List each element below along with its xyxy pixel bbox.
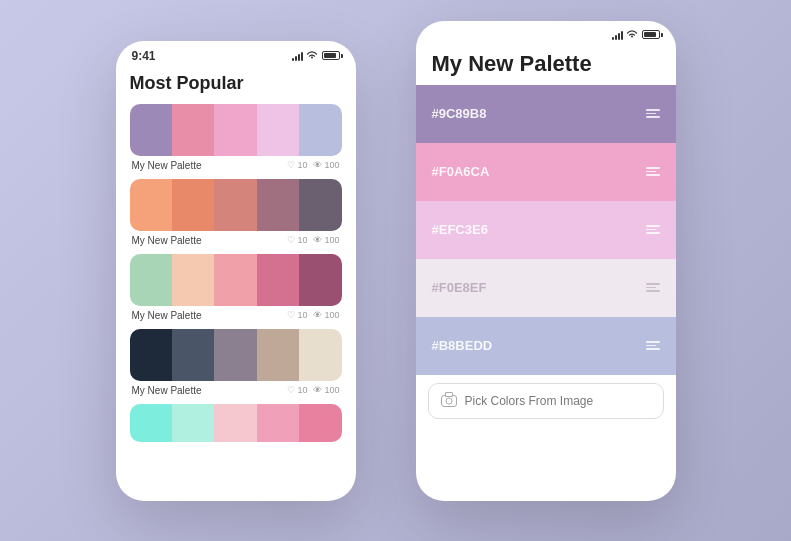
swatch — [299, 179, 341, 231]
swatch — [172, 254, 214, 306]
color-row-4[interactable]: #F0E8EF — [416, 259, 676, 317]
color-strip-5 — [130, 404, 342, 442]
swatch — [130, 179, 172, 231]
right-phone: My New Palette #9C89B8 #F0A6CA #EFC3E6 — [416, 21, 676, 501]
color-row-2[interactable]: #F0A6CA — [416, 143, 676, 201]
color-strip-1 — [130, 104, 342, 156]
time-left: 9:41 — [132, 49, 156, 63]
left-phone: 9:41 Most Popular — [116, 41, 356, 501]
swatch — [214, 404, 256, 442]
swatch — [130, 104, 172, 156]
view-stat: 👁 100 — [313, 310, 339, 320]
status-bar-right — [416, 21, 676, 45]
color-strip-4 — [130, 329, 342, 381]
status-bar-left: 9:41 — [116, 41, 356, 67]
palette-title: My New Palette — [432, 51, 660, 77]
eye-icon: 👁 — [313, 160, 322, 170]
menu-icon-1[interactable] — [646, 109, 660, 118]
swatch — [172, 104, 214, 156]
swatch — [214, 254, 256, 306]
heart-icon: ♡ — [287, 310, 295, 320]
view-count: 100 — [324, 385, 339, 395]
color-row-5[interactable]: #B8BEDD — [416, 317, 676, 375]
hex-label-1: #9C89B8 — [432, 106, 487, 121]
swatch — [299, 404, 341, 442]
menu-icon-2[interactable] — [646, 167, 660, 176]
like-stat: ♡ 10 — [287, 385, 307, 395]
color-strip-2 — [130, 179, 342, 231]
view-stat: 👁 100 — [313, 160, 339, 170]
swatch — [299, 254, 341, 306]
swatch — [214, 104, 256, 156]
pick-colors-button[interactable]: Pick Colors From Image — [428, 383, 664, 419]
heart-icon: ♡ — [287, 235, 295, 245]
swatch — [130, 404, 172, 442]
eye-icon: 👁 — [313, 310, 322, 320]
swatch — [130, 254, 172, 306]
view-count: 100 — [324, 310, 339, 320]
palette-card-4[interactable]: My New Palette ♡ 10 👁 100 — [130, 329, 342, 396]
palette-name: My New Palette — [132, 235, 202, 246]
heart-icon: ♡ — [287, 385, 295, 395]
left-phone-content: Most Popular My New Palette ♡ 10 — [116, 67, 356, 442]
palette-meta: My New Palette ♡ 10 👁 100 — [130, 385, 342, 396]
battery-icon — [322, 51, 340, 60]
hex-label-5: #B8BEDD — [432, 338, 493, 353]
color-strip-3 — [130, 254, 342, 306]
swatch — [172, 404, 214, 442]
palette-name: My New Palette — [132, 310, 202, 321]
hex-label-2: #F0A6CA — [432, 164, 490, 179]
swatch — [257, 254, 299, 306]
hex-label-3: #EFC3E6 — [432, 222, 488, 237]
palette-name: My New Palette — [132, 385, 202, 396]
swatch — [257, 329, 299, 381]
eye-icon: 👁 — [313, 385, 322, 395]
swatch — [299, 104, 341, 156]
color-row-3[interactable]: #EFC3E6 — [416, 201, 676, 259]
wifi-icon — [626, 29, 638, 41]
palette-meta: My New Palette ♡ 10 👁 100 — [130, 160, 342, 171]
view-stat: 👁 100 — [313, 235, 339, 245]
palette-stats: ♡ 10 👁 100 — [287, 235, 339, 245]
hex-label-4: #F0E8EF — [432, 280, 487, 295]
like-stat: ♡ 10 — [287, 235, 307, 245]
like-count: 10 — [297, 385, 307, 395]
heart-icon: ♡ — [287, 160, 295, 170]
swatch — [257, 179, 299, 231]
pick-colors-label: Pick Colors From Image — [465, 394, 594, 408]
right-phone-header: My New Palette — [416, 45, 676, 85]
swatch — [130, 329, 172, 381]
wifi-icon — [306, 50, 318, 62]
phones-container: 9:41 Most Popular — [116, 21, 676, 521]
camera-icon — [441, 395, 457, 407]
palette-card-2[interactable]: My New Palette ♡ 10 👁 100 — [130, 179, 342, 246]
menu-icon-4[interactable] — [646, 283, 660, 292]
like-stat: ♡ 10 — [287, 310, 307, 320]
swatch — [299, 329, 341, 381]
like-count: 10 — [297, 310, 307, 320]
menu-icon-3[interactable] — [646, 225, 660, 234]
section-title: Most Popular — [130, 73, 342, 94]
like-stat: ♡ 10 — [287, 160, 307, 170]
color-row-1[interactable]: #9C89B8 — [416, 85, 676, 143]
palette-card-1[interactable]: My New Palette ♡ 10 👁 100 — [130, 104, 342, 171]
palette-stats: ♡ 10 👁 100 — [287, 310, 339, 320]
swatch — [172, 179, 214, 231]
view-count: 100 — [324, 160, 339, 170]
palette-card-3[interactable]: My New Palette ♡ 10 👁 100 — [130, 254, 342, 321]
swatch — [172, 329, 214, 381]
swatch — [257, 404, 299, 442]
color-list: #9C89B8 #F0A6CA #EFC3E6 #F — [416, 85, 676, 375]
palette-stats: ♡ 10 👁 100 — [287, 385, 339, 395]
signal-icon — [612, 30, 623, 40]
palette-card-5[interactable] — [130, 404, 342, 442]
swatch — [214, 179, 256, 231]
like-count: 10 — [297, 160, 307, 170]
signal-icon — [292, 51, 303, 61]
view-stat: 👁 100 — [313, 385, 339, 395]
status-icons-left — [292, 50, 340, 62]
like-count: 10 — [297, 235, 307, 245]
swatch — [214, 329, 256, 381]
menu-icon-5[interactable] — [646, 341, 660, 350]
battery-icon — [642, 30, 660, 39]
